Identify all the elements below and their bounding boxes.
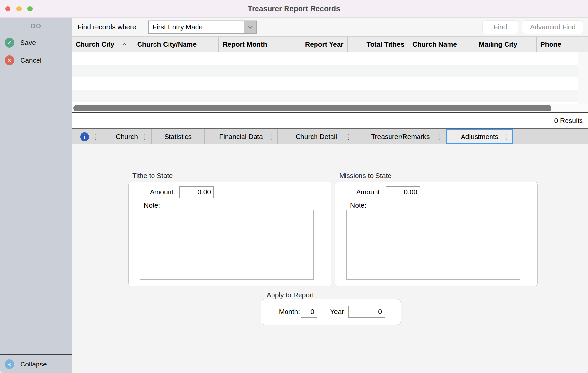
month-label: Month: [261, 306, 300, 318]
collapse-sidebar-button[interactable]: « Collapse [5, 359, 47, 369]
records-list [72, 52, 578, 104]
tab-label: Financial Data [219, 133, 263, 141]
tab-church-detail[interactable]: Church Detail ⋮ [278, 129, 355, 144]
column-header-church-city[interactable]: Church City [72, 37, 133, 52]
title-bar: Treasurer Report Records [0, 0, 588, 18]
find-field-dropdown-value: First Entry Made [149, 23, 244, 31]
tithe-to-state-label: Tithe to State [132, 172, 173, 180]
tab-menu-kebab-icon[interactable]: ⋮ [345, 134, 352, 140]
horizontal-scrollbar-track[interactable] [72, 104, 588, 112]
tab-label: Adjustments [461, 133, 499, 141]
collapse-button-label: Collapse [20, 360, 47, 368]
main-area: Find records where First Entry Made Find… [72, 18, 588, 373]
table-row [72, 90, 578, 102]
year-input[interactable] [348, 306, 385, 318]
find-records-where-label: Find records where [78, 18, 136, 36]
dropdown-arrow-button[interactable] [244, 21, 256, 33]
sidebar: DO ✓ Save ✕ Cancel « Collapse [0, 18, 72, 373]
tab-bar-filler [513, 129, 588, 144]
year-label: Year: [320, 306, 346, 318]
missions-amount-label: Amount: [335, 186, 382, 198]
tab-label: Statistics [164, 133, 192, 141]
sort-ascending-icon [122, 43, 126, 47]
tithe-note-label: Note: [144, 201, 160, 209]
column-header-filler [580, 37, 588, 52]
tithe-amount-label: Amount: [129, 186, 175, 198]
window-title: Treasurer Report Records [0, 0, 588, 18]
find-field-dropdown[interactable]: First Entry Made [148, 21, 257, 34]
save-check-icon: ✓ [5, 38, 14, 48]
tab-info[interactable]: i ⋮ [72, 129, 102, 144]
table-row [72, 52, 578, 65]
info-icon[interactable]: i [80, 132, 89, 141]
missions-to-state-panel: Amount: Note: [335, 182, 538, 286]
tithe-amount-input[interactable] [179, 186, 214, 198]
month-input[interactable] [301, 306, 317, 318]
vertical-scrollbar-track[interactable] [578, 52, 588, 104]
table-header-row: Church City Church City/Name Report Mont… [72, 36, 588, 52]
tab-church[interactable]: Church ⋮ [102, 129, 152, 144]
tab-statistics[interactable]: Statistics ⋮ [152, 129, 205, 144]
save-button-label: Save [20, 39, 36, 47]
sidebar-divider [0, 354, 72, 355]
cancel-button-label: Cancel [20, 56, 41, 64]
column-header-phone[interactable]: Phone [537, 37, 580, 52]
tithe-to-state-panel: Amount: Note: [128, 182, 331, 286]
tab-menu-kebab-icon[interactable]: ⋮ [195, 134, 201, 140]
tab-treasurer-remarks[interactable]: Treasurer/Remarks ⋮ [355, 129, 446, 144]
column-header-report-year[interactable]: Report Year [288, 37, 348, 52]
missions-to-state-label: Missions to State [339, 172, 391, 180]
column-header-church-city-name[interactable]: Church City/Name [133, 37, 219, 52]
tab-menu-kebab-icon[interactable]: ⋮ [93, 134, 99, 140]
tab-menu-kebab-icon[interactable]: ⋮ [268, 134, 274, 140]
tab-bar: i ⋮ Church ⋮ Statistics ⋮ Financial Data… [72, 128, 588, 144]
tab-label: Church Detail [296, 133, 337, 141]
tab-menu-kebab-icon[interactable]: ⋮ [503, 134, 509, 140]
cancel-x-icon: ✕ [5, 55, 14, 65]
missions-amount-input[interactable] [386, 186, 420, 198]
table-row [72, 77, 578, 90]
column-header-total-tithes[interactable]: Total Tithes [348, 37, 409, 52]
tithe-note-textarea[interactable] [140, 210, 314, 280]
horizontal-scrollbar-thumb[interactable] [73, 105, 551, 111]
apply-to-report-panel: Month: Year: [261, 299, 401, 325]
missions-note-label: Note: [350, 201, 366, 209]
tab-adjustments[interactable]: Adjustments ⋮ [446, 129, 513, 144]
save-button[interactable]: ✓ Save [5, 38, 36, 48]
chevron-down-icon [247, 24, 253, 29]
find-button[interactable]: Find [482, 20, 518, 34]
sidebar-heading: DO [0, 22, 72, 30]
results-count: 0 Results [72, 113, 588, 128]
app-window: Treasurer Report Records DO ✓ Save ✕ Can… [0, 0, 588, 373]
find-bar: Find records where First Entry Made Find… [72, 18, 588, 36]
adjustments-panel: Tithe to State Amount: Note: Missions to… [72, 144, 588, 373]
table-row [72, 65, 578, 77]
tab-menu-kebab-icon[interactable]: ⋮ [142, 134, 148, 140]
tab-menu-kebab-icon[interactable]: ⋮ [436, 134, 442, 140]
missions-note-textarea[interactable] [346, 210, 520, 280]
column-header-mailing-city[interactable]: Mailing City [475, 37, 537, 52]
tab-financial-data[interactable]: Financial Data ⋮ [205, 129, 278, 144]
collapse-chevrons-icon: « [5, 359, 14, 369]
apply-to-report-label: Apply to Report [267, 291, 314, 299]
tab-label: Church [116, 133, 138, 141]
cancel-button[interactable]: ✕ Cancel [5, 55, 41, 65]
tab-label: Treasurer/Remarks [371, 133, 430, 141]
column-header-report-month[interactable]: Report Month [219, 37, 288, 52]
advanced-find-button[interactable]: Advanced Find [522, 20, 583, 34]
column-header-church-name[interactable]: Church Name [408, 37, 475, 52]
